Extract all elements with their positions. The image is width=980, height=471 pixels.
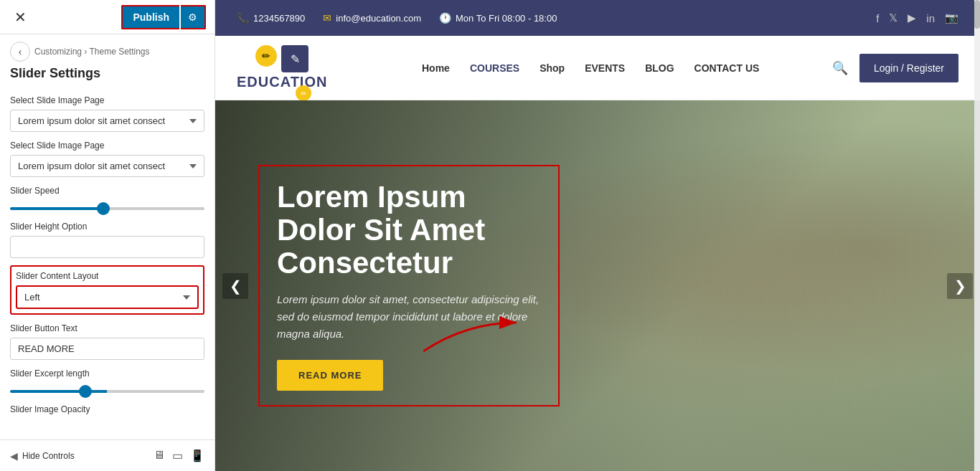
search-icon[interactable]: 🔍 [832,60,848,76]
desktop-icon[interactable]: 🖥 [154,449,165,462]
slide-image-page-1-label: Select Slide Image Page [10,95,204,105]
email-icon: ✉ [323,12,331,24]
logo-text: EDUCATION [237,74,327,90]
scrollbar-thumb [974,0,980,29]
logo-area: ✏ ✎ ✏ EDUCATION [237,45,327,90]
bottom-bar: ◀ Hide Controls 🖥 ▭ 📱 [0,439,215,471]
nav-item-contact[interactable]: CONTACT US [694,60,760,77]
hero-cta-button[interactable]: READ MORE [277,360,383,391]
chevron-left-icon: ◀ [10,450,18,462]
slider-excerpt-input[interactable] [10,390,204,393]
email-text: info@education.com [336,13,421,24]
hours-text: Mon To Fri 08:00 - 18:00 [456,13,557,24]
clock-icon: 🕐 [439,12,451,24]
publish-area: Publish ⚙ [121,5,206,29]
slide-image-page-1-select[interactable]: Lorem ipsum dolor sit amet consect [10,110,204,132]
hours-item: 🕐 Mon To Fri 08:00 - 18:00 [439,12,557,24]
slide-image-page-2-select[interactable]: Lorem ipsum dolor sit amet consect [10,155,204,177]
close-button[interactable]: ✕ [9,6,32,29]
hero-subtitle: Lorem ipsum dolor sit amet, consectetur … [277,291,541,343]
nav-item-courses[interactable]: COURSES [470,60,519,77]
panel-content: Select Slide Image Page Lorem ipsum dolo… [0,88,215,439]
panel-title: Slider Settings [0,65,215,88]
slider-excerpt-container [10,383,204,396]
twitter-icon[interactable]: 𝕏 [889,11,897,24]
phone-item: 📞 1234567890 [237,12,305,24]
slider-content-layout-select[interactable]: Left [16,285,199,309]
slider-speed-container [10,200,204,213]
logo-pencil-icon: ✎ [281,45,308,72]
logo-pencil-wrapper: ✎ ✏ [281,45,308,72]
phone-text: 1234567890 [253,13,305,24]
slider-next-button[interactable]: ❯ [947,273,973,299]
publish-button[interactable]: Publish [121,5,179,29]
hide-controls-toggle[interactable]: ◀ Hide Controls [10,450,75,462]
breadcrumb-area: ‹ Customizing › Theme Settings [0,34,215,65]
slider-button-text-input[interactable] [10,338,204,360]
hero-text-box: Lorem Ipsum Dolor Sit Amet Consectetur L… [258,165,560,407]
slider-content-layout-group: Slider Content Layout Left [10,265,204,315]
facebook-icon[interactable]: f [876,12,879,24]
slider-speed-label: Slider Speed [10,186,204,196]
nav-item-events[interactable]: EVENTS [585,60,625,77]
info-bar: 📞 1234567890 ✉ info@education.com 🕐 Mon … [215,0,980,36]
youtube-icon[interactable]: ▶ [908,11,916,24]
preview-area: 📞 1234567890 ✉ info@education.com 🕐 Mon … [215,0,980,471]
logo-icons: ✏ ✎ ✏ [255,45,308,72]
slider-height-label: Slider Height Option [10,222,204,232]
publish-gear-button[interactable]: ⚙ [181,5,206,29]
slider-excerpt-label: Slider Excerpt length [10,368,204,379]
hide-controls-label: Hide Controls [22,451,75,461]
hero-title: Lorem Ipsum Dolor Sit Amet Consectetur [277,181,541,280]
customizer-panel: ✕ Publish ⚙ ‹ Customizing › Theme Settin… [0,0,215,471]
nav-right: 🔍 Login / Register [832,54,958,82]
slide-image-page-2-label: Select Slide Image Page [10,141,204,151]
mobile-icon[interactable]: 📱 [190,449,204,462]
slider-speed-input[interactable] [10,207,204,210]
login-button[interactable]: Login / Register [859,54,958,82]
instagram-icon[interactable]: 📷 [945,11,958,24]
device-icons-group: 🖥 ▭ 📱 [154,449,204,462]
slider-prev-button[interactable]: ❮ [222,273,248,299]
tablet-icon[interactable]: ▭ [172,449,183,462]
logo-circle-icon: ✏ [255,45,277,67]
slider-image-opacity-label: Slider Image Opacity [10,404,204,414]
nav-item-home[interactable]: Home [422,60,450,77]
slider-content-layout-label: Slider Content Layout [16,271,199,281]
phone-icon: 📞 [237,12,249,24]
nav-item-blog[interactable]: BLOG [645,60,674,77]
slider-height-input[interactable] [10,236,204,258]
hero-slider: Lorem Ipsum Dolor Sit Amet Consectetur L… [215,100,980,471]
nav-bar: ✏ ✎ ✏ EDUCATION Home COURSES Shop EVENTS… [215,36,980,100]
logo-edit-overlay: ✏ [296,85,311,101]
back-button[interactable]: ‹ [10,42,30,62]
nav-menu: Home COURSES Shop EVENTS BLOG CONTACT US [349,60,832,77]
hero-content: Lorem Ipsum Dolor Sit Amet Consectetur L… [215,100,980,471]
info-bar-left: 📞 1234567890 ✉ info@education.com 🕐 Mon … [237,12,557,24]
email-item: ✉ info@education.com [323,12,421,24]
slider-button-text-label: Slider Button Text [10,323,204,333]
social-icons: f 𝕏 ▶ in 📷 [876,11,958,24]
nav-item-shop[interactable]: Shop [540,60,565,77]
linkedin-icon[interactable]: in [926,12,935,24]
top-bar: ✕ Publish ⚙ [0,0,215,34]
breadcrumb: Customizing › Theme Settings [34,47,150,57]
